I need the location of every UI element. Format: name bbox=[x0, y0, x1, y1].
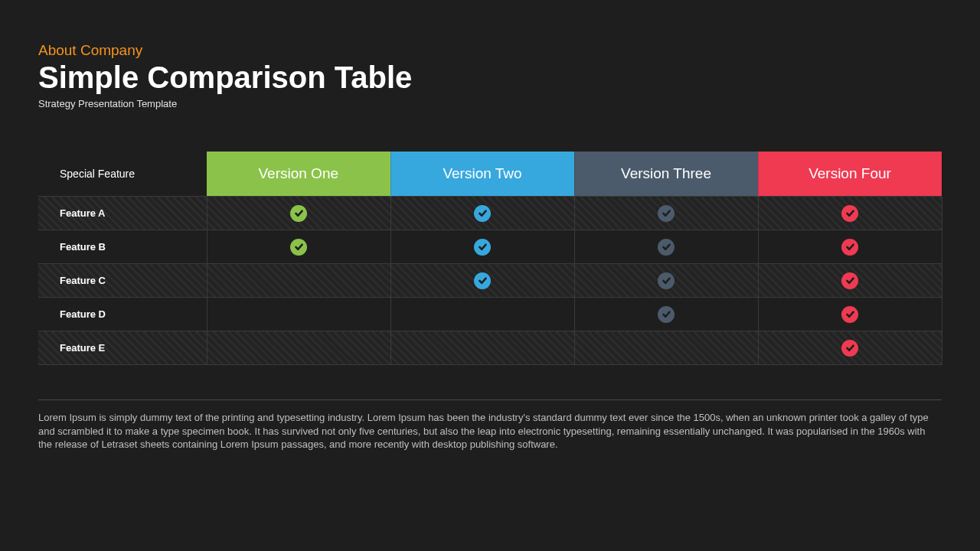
value-cell bbox=[758, 197, 942, 230]
check-icon bbox=[841, 272, 858, 289]
value-cell bbox=[207, 197, 390, 230]
value-cell bbox=[207, 331, 390, 365]
check-icon bbox=[841, 205, 858, 222]
feature-label: Feature A bbox=[38, 197, 207, 230]
value-cell bbox=[390, 230, 574, 264]
value-cell bbox=[574, 298, 758, 331]
column-header-v3: Version Three bbox=[574, 152, 758, 197]
check-icon bbox=[841, 340, 858, 357]
table-row: Feature A bbox=[38, 197, 942, 230]
check-icon bbox=[658, 205, 675, 222]
check-icon bbox=[474, 205, 491, 222]
check-icon bbox=[290, 205, 307, 222]
feature-header: Special Feature bbox=[38, 152, 207, 197]
value-cell bbox=[758, 331, 942, 365]
divider bbox=[38, 399, 942, 400]
value-cell bbox=[574, 264, 758, 298]
page-subtitle: Strategy Presentation Template bbox=[38, 98, 942, 109]
comparison-table: Special Feature Version One Version Two … bbox=[38, 152, 942, 365]
table-row: Feature E bbox=[38, 331, 942, 365]
check-icon bbox=[474, 272, 491, 289]
value-cell bbox=[207, 264, 390, 298]
feature-label: Feature B bbox=[38, 230, 207, 264]
value-cell bbox=[390, 298, 574, 331]
check-icon bbox=[658, 239, 675, 256]
value-cell bbox=[758, 230, 942, 264]
feature-label: Feature D bbox=[38, 298, 207, 331]
value-cell bbox=[574, 230, 758, 264]
page-title: Simple Comparison Table bbox=[38, 60, 942, 95]
value-cell bbox=[758, 298, 942, 331]
table-row: Feature C bbox=[38, 264, 942, 298]
column-header-v4: Version Four bbox=[758, 152, 942, 197]
value-cell bbox=[207, 230, 390, 264]
value-cell bbox=[758, 264, 942, 298]
feature-label: Feature E bbox=[38, 331, 207, 365]
check-icon bbox=[474, 239, 491, 256]
pretitle: About Company bbox=[38, 42, 942, 59]
feature-label: Feature C bbox=[38, 264, 207, 298]
footer-paragraph: Lorem Ipsum is simply dummy text of the … bbox=[38, 411, 942, 452]
check-icon bbox=[290, 239, 307, 256]
value-cell bbox=[207, 298, 390, 331]
value-cell bbox=[390, 264, 574, 298]
value-cell bbox=[574, 331, 758, 365]
value-cell bbox=[390, 197, 574, 230]
value-cell bbox=[390, 331, 574, 365]
table-header-row: Special Feature Version One Version Two … bbox=[38, 152, 942, 197]
check-icon bbox=[658, 306, 675, 323]
table-row: Feature D bbox=[38, 298, 942, 331]
column-header-v1: Version One bbox=[207, 152, 390, 197]
table-row: Feature B bbox=[38, 230, 942, 264]
value-cell bbox=[574, 197, 758, 230]
column-header-v2: Version Two bbox=[390, 152, 574, 197]
check-icon bbox=[841, 239, 858, 256]
check-icon bbox=[658, 272, 675, 289]
check-icon bbox=[841, 306, 858, 323]
